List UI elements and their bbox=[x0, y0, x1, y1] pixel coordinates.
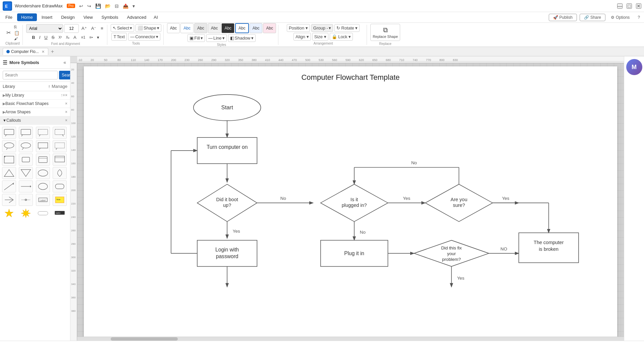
text-button[interactable]: T Text bbox=[111, 33, 127, 41]
shape-callout-5[interactable] bbox=[2, 140, 16, 152]
shape-callout-15[interactable] bbox=[36, 167, 50, 179]
options-button[interactable]: ⚙ Options bbox=[608, 14, 632, 21]
redo-button[interactable]: ↪ bbox=[86, 3, 93, 9]
menu-view[interactable]: View bbox=[79, 13, 97, 21]
basic-flowchart-section[interactable]: ▶ Basic Flowchart Shapes × bbox=[0, 100, 70, 108]
format-painter-button[interactable]: 🖌 bbox=[13, 36, 20, 41]
close-arrow-shapes-button[interactable]: × bbox=[65, 110, 67, 114]
shape-button[interactable]: ⬜ Shape ▾ bbox=[136, 24, 161, 32]
shape-callout-6[interactable] bbox=[19, 140, 33, 152]
scrollbar-thumb[interactable] bbox=[111, 337, 178, 341]
shape-line-4[interactable] bbox=[53, 180, 67, 192]
more-button[interactable]: ▾ bbox=[131, 3, 136, 9]
more-format-button[interactable]: ▾ bbox=[95, 34, 101, 41]
shape-callout-7[interactable] bbox=[36, 140, 50, 152]
shape-callout-3[interactable] bbox=[36, 127, 50, 139]
align-button[interactable]: Align ▾ bbox=[293, 33, 311, 41]
shape-callout-16[interactable] bbox=[53, 167, 67, 179]
canvas-paper[interactable]: Computer Flowchart Template Start bbox=[84, 66, 617, 341]
open-button[interactable]: 📂 bbox=[104, 3, 112, 9]
shape-line-1[interactable] bbox=[2, 180, 16, 192]
search-input[interactable] bbox=[3, 71, 58, 79]
undo-button[interactable]: ↩ bbox=[78, 3, 85, 9]
shape-callout-12[interactable] bbox=[53, 154, 67, 166]
numbering-button[interactable]: ≡1 bbox=[79, 34, 87, 40]
shape-callout-4[interactable] bbox=[53, 127, 67, 139]
style-6-button[interactable]: Abc bbox=[235, 23, 249, 33]
subscript-button[interactable]: X₂ bbox=[64, 35, 71, 40]
shape-misc-4[interactable]: Note bbox=[53, 194, 67, 206]
strikethrough-button[interactable]: S bbox=[50, 34, 56, 41]
style-8-button[interactable]: Abc bbox=[263, 23, 276, 33]
replace-shape-button[interactable]: ⧉ Replace Shape bbox=[370, 24, 400, 41]
group-button[interactable]: Group - ▾ bbox=[311, 24, 333, 32]
avatar-button[interactable]: M bbox=[626, 59, 642, 75]
shape-callout-14[interactable] bbox=[19, 167, 33, 179]
menu-design[interactable]: Design bbox=[57, 13, 78, 21]
doc-tab[interactable]: Computer Flo... ✕ bbox=[3, 48, 48, 55]
select-button[interactable]: ↖ Select ▾ bbox=[111, 24, 134, 32]
menu-home[interactable]: Home bbox=[17, 13, 37, 21]
export-button[interactable]: 📤 bbox=[121, 3, 130, 9]
close-callouts-button[interactable]: × bbox=[65, 118, 67, 123]
shape-callout-10[interactable] bbox=[19, 154, 33, 166]
my-library-section[interactable]: ▶ My Library ↑ + × bbox=[0, 91, 70, 100]
add-tab-button[interactable]: + bbox=[50, 49, 55, 55]
close-basic-flowchart-button[interactable]: × bbox=[65, 101, 67, 106]
style-2-button[interactable]: Abc bbox=[180, 23, 194, 33]
cut-button[interactable]: ✂ bbox=[5, 24, 12, 41]
menu-symbols[interactable]: Symbols bbox=[98, 13, 122, 21]
shape-starburst[interactable] bbox=[19, 207, 33, 219]
shape-misc-1[interactable] bbox=[2, 194, 16, 206]
style-5-button[interactable]: Abc bbox=[221, 23, 234, 33]
style-1-button[interactable]: Abc bbox=[167, 23, 180, 33]
shape-misc-2[interactable] bbox=[19, 194, 33, 206]
minimize-button[interactable]: — bbox=[617, 3, 623, 9]
font-increase-button[interactable]: A⁺ bbox=[80, 25, 89, 32]
bullet-button[interactable]: ≡• bbox=[88, 34, 94, 40]
shape-callout-13[interactable] bbox=[2, 167, 16, 179]
connector-button[interactable]: — Connector ▾ bbox=[128, 33, 160, 41]
shadow-button[interactable]: ◧ Shadow ▾ bbox=[228, 34, 256, 42]
lock-button[interactable]: 🔒 Lock ▾ bbox=[330, 33, 353, 41]
arrow-shapes-section[interactable]: ▶ Arrow Shapes × bbox=[0, 108, 70, 116]
position-button[interactable]: Position ▾ bbox=[287, 24, 310, 32]
shape-callout-8[interactable] bbox=[53, 140, 67, 152]
panel-collapse-button[interactable]: « bbox=[62, 59, 67, 66]
shape-callout-2[interactable] bbox=[19, 127, 33, 139]
font-color-button[interactable]: A bbox=[72, 34, 79, 41]
horizontal-scrollbar[interactable] bbox=[77, 337, 624, 341]
shape-misc-3[interactable]: Label bbox=[36, 194, 50, 206]
paste-button[interactable]: 📋 bbox=[13, 30, 20, 36]
shape-callout-11[interactable] bbox=[36, 154, 50, 166]
canvas-content[interactable]: Computer Flowchart Template Start bbox=[77, 63, 624, 341]
line-button[interactable]: — Line ▾ bbox=[206, 34, 227, 42]
close-button[interactable]: ✕ bbox=[636, 3, 641, 9]
fill-button[interactable]: ▣ Fill ▾ bbox=[187, 34, 205, 42]
shape-rounded-rect[interactable] bbox=[36, 207, 50, 219]
font-decrease-button[interactable]: A⁻ bbox=[90, 25, 98, 32]
share-button[interactable]: 🔗 Share bbox=[580, 14, 605, 21]
ai-button[interactable]: AI bbox=[151, 13, 160, 21]
style-4-button[interactable]: Abc bbox=[208, 23, 221, 33]
publish-button[interactable]: 🚀 Publish bbox=[549, 14, 577, 21]
shape-callout-9[interactable] bbox=[2, 154, 16, 166]
manage-button[interactable]: Manage bbox=[52, 84, 67, 89]
underline-button[interactable]: U bbox=[43, 34, 49, 41]
size-button[interactable]: Size ▾ bbox=[312, 33, 328, 41]
text-align-button[interactable]: ≡ bbox=[99, 25, 105, 32]
style-3-button[interactable]: Abc bbox=[194, 23, 207, 33]
menu-file[interactable]: File bbox=[1, 13, 16, 21]
menu-advanced[interactable]: Advanced bbox=[123, 13, 150, 21]
font-size-input[interactable] bbox=[64, 24, 79, 33]
style-7-button[interactable]: Abc bbox=[250, 23, 263, 33]
turn-on-node[interactable] bbox=[197, 137, 257, 164]
close-tab-button[interactable]: ✕ bbox=[42, 50, 45, 54]
menu-insert[interactable]: Insert bbox=[38, 13, 57, 21]
copy-button[interactable]: ⎘ bbox=[13, 24, 20, 30]
shape-star-yellow[interactable] bbox=[2, 207, 16, 219]
search-button[interactable]: Search bbox=[59, 71, 70, 79]
maximize-button[interactable]: □ bbox=[627, 3, 632, 9]
font-family-select[interactable]: Arial Times New Roman Calibri bbox=[26, 24, 63, 33]
superscript-button[interactable]: X² bbox=[57, 35, 63, 40]
